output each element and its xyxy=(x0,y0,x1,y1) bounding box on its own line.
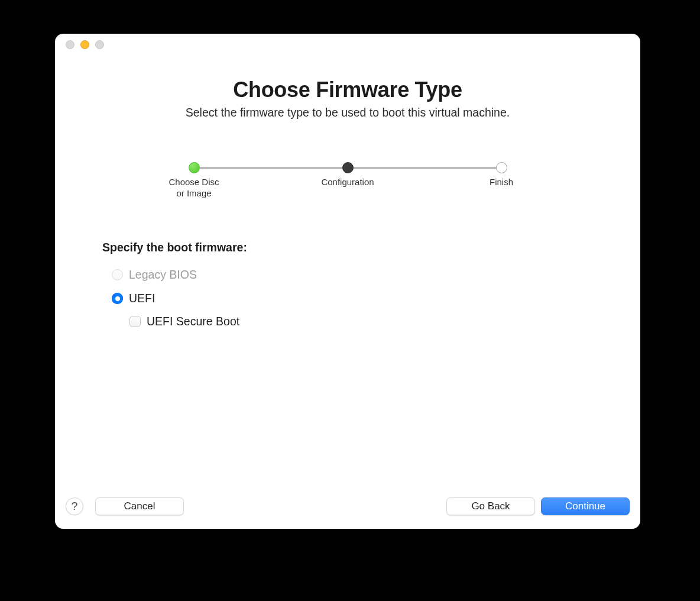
step-finish: Finish xyxy=(466,162,537,188)
step-label: Choose Disc or Image xyxy=(168,177,219,199)
form-area: Specify the boot firmware: Legacy BIOS U… xyxy=(55,199,640,332)
step-configuration: Configuration xyxy=(312,162,383,188)
radio-selected-icon[interactable] xyxy=(112,293,123,304)
page-subtitle: Select the firmware type to be used to b… xyxy=(55,106,640,119)
go-back-button[interactable]: Go Back xyxy=(446,497,535,515)
content-area: Choose Firmware Type Select the firmware… xyxy=(55,55,640,492)
help-button[interactable]: ? xyxy=(66,497,83,515)
titlebar xyxy=(55,34,640,55)
cancel-button[interactable]: Cancel xyxy=(95,497,184,515)
wizard-window: Choose Firmware Type Select the firmware… xyxy=(55,34,640,529)
firmware-radio-group: Legacy BIOS UEFI UEFI Secure Boot xyxy=(102,265,640,332)
step-dot-pending-icon xyxy=(496,162,507,173)
continue-button[interactable]: Continue xyxy=(541,497,630,515)
radio-label: Legacy BIOS xyxy=(129,268,197,282)
checkbox-secure-boot[interactable]: UEFI Secure Boot xyxy=(112,311,640,332)
checkbox-icon[interactable] xyxy=(129,316,141,327)
close-window-icon[interactable] xyxy=(66,40,74,49)
step-dot-done-icon xyxy=(189,162,200,173)
section-label: Specify the boot firmware: xyxy=(102,241,640,254)
footer: ? Cancel Go Back Continue xyxy=(55,492,640,529)
step-dot-current-icon xyxy=(342,162,354,173)
page-title: Choose Firmware Type xyxy=(55,77,640,102)
step-label: Finish xyxy=(490,177,513,188)
step-label: Configuration xyxy=(321,177,374,188)
radio-icon xyxy=(112,269,123,280)
checkbox-label: UEFI Secure Boot xyxy=(147,315,239,328)
progress-stepper: Choose Disc or Image Configuration Finis… xyxy=(158,162,537,199)
radio-legacy-bios: Legacy BIOS xyxy=(112,265,640,285)
radio-label: UEFI xyxy=(129,292,155,305)
step-choose-disc: Choose Disc or Image xyxy=(158,162,229,199)
maximize-window-icon[interactable] xyxy=(95,40,104,49)
header: Choose Firmware Type Select the firmware… xyxy=(55,55,640,119)
minimize-window-icon[interactable] xyxy=(80,40,89,49)
radio-uefi[interactable]: UEFI xyxy=(112,289,640,309)
